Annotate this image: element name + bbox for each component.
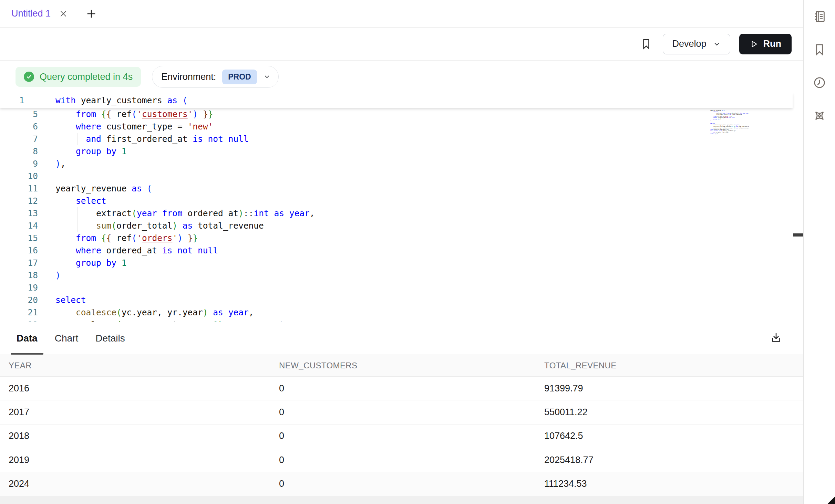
- line-code: where customer_type = 'new': [55, 120, 213, 133]
- main-area: Untitled 1 Develop Run: [0, 0, 803, 504]
- sidebar-item-notebook[interactable]: [804, 0, 835, 33]
- line-code: where ordered_at is not null: [55, 244, 218, 257]
- sticky-line-number: 1: [19, 93, 24, 108]
- table-cell: 0: [276, 431, 544, 441]
- play-icon: [750, 40, 759, 49]
- line-number: 7: [0, 133, 38, 145]
- results-panel: DataChartDetails YEARNEW_CUSTOMERSTOTAL_…: [0, 322, 803, 504]
- resize-grip[interactable]: [827, 496, 835, 504]
- table-cell: 2019: [0, 455, 276, 465]
- horizontal-scrollbar-track[interactable]: [0, 496, 803, 504]
- code-line[interactable]: 10: [0, 170, 686, 182]
- sql-editor[interactable]: 5 from {{ ref('customers') }}6 where cus…: [0, 93, 803, 322]
- code-line[interactable]: 13 extract(year from ordered_at)::int as…: [0, 207, 686, 220]
- right-sidebar: [803, 0, 835, 504]
- code-line[interactable]: 7 and first_ordered_at is not null: [0, 133, 686, 145]
- line-code: and first_ordered_at is not null: [55, 133, 249, 145]
- line-number: 10: [0, 170, 38, 182]
- code-line[interactable]: 8 group by 1: [0, 145, 686, 158]
- code-line[interactable]: 18): [0, 269, 686, 282]
- line-number: 17: [0, 257, 38, 269]
- query-status-text: Query completed in 4s: [40, 72, 133, 82]
- line-code: from {{ ref('orders') }}: [55, 232, 198, 244]
- sparkle-icon: [812, 108, 827, 123]
- develop-button[interactable]: Develop: [663, 34, 730, 54]
- code-line[interactable]: 20select: [0, 294, 686, 306]
- toolbar: Develop Run: [0, 28, 803, 61]
- column-header: NEW_CUSTOMERS: [276, 361, 544, 370]
- results-tab-bar: DataChartDetails: [0, 322, 803, 355]
- chevron-down-icon: [713, 40, 721, 48]
- table-row: 20170550011.22: [0, 400, 803, 424]
- check-circle-icon: [24, 72, 34, 82]
- table-cell: 0: [276, 383, 544, 394]
- line-number: 20: [0, 294, 38, 306]
- new-tab-button[interactable]: [85, 0, 97, 27]
- plus-icon: [85, 8, 97, 20]
- line-code: sum(order_total) as total_revenue: [55, 220, 264, 232]
- line-code: group by 1: [55, 257, 127, 269]
- code-line[interactable]: 19: [0, 282, 686, 294]
- code-line[interactable]: 9),: [0, 158, 686, 170]
- line-number: 13: [0, 207, 38, 220]
- sidebar-item-bookmarks[interactable]: [804, 33, 835, 66]
- results-table-header: YEARNEW_CUSTOMERSTOTAL_REVENUE: [0, 355, 803, 377]
- download-button[interactable]: [770, 331, 782, 344]
- table-cell: 550011.22: [544, 407, 803, 418]
- sidebar-item-history[interactable]: [804, 66, 835, 99]
- line-code: extract(year from ordered_at)::int as ye…: [55, 207, 315, 220]
- results-tab-chart[interactable]: Chart: [55, 333, 78, 344]
- line-code: ): [55, 269, 61, 282]
- environment-selector[interactable]: Environment: PROD: [152, 66, 279, 88]
- tab-title: Untitled 1: [11, 8, 56, 19]
- close-icon[interactable]: [59, 9, 68, 18]
- code-lines[interactable]: 5 from {{ ref('customers') }}6 where cus…: [0, 108, 686, 322]
- code-line[interactable]: 17 group by 1: [0, 257, 686, 269]
- results-table-body: 2016091399.7920170550011.2220180107642.5…: [0, 377, 803, 496]
- query-status-badge: Query completed in 4s: [16, 67, 141, 87]
- code-line[interactable]: 12 select: [0, 195, 686, 207]
- tab-untitled-1[interactable]: Untitled 1: [0, 0, 75, 27]
- table-cell: 91399.79: [544, 383, 803, 394]
- table-cell: 2018: [0, 431, 276, 441]
- history-icon: [813, 76, 826, 90]
- app-window: Untitled 1 Develop Run: [0, 0, 835, 504]
- code-line[interactable]: 16 where ordered_at is not null: [0, 244, 686, 257]
- bookmark-icon: [813, 43, 826, 56]
- line-number: 8: [0, 145, 38, 158]
- editor-scrollbar[interactable]: [793, 94, 803, 322]
- scrollbar-thumb[interactable]: [793, 233, 803, 237]
- line-number: 19: [0, 282, 38, 294]
- environment-value-badge: PROD: [222, 70, 257, 84]
- line-number: 18: [0, 269, 38, 282]
- results-tab-details[interactable]: Details: [95, 333, 125, 344]
- line-number: 22: [0, 319, 38, 322]
- download-icon: [770, 331, 782, 344]
- table-cell: 0: [276, 455, 544, 465]
- tab-bar: Untitled 1: [0, 0, 803, 28]
- code-line[interactable]: 11yearly_revenue as (: [0, 182, 686, 195]
- code-line[interactable]: 15 from {{ ref('orders') }}: [0, 232, 686, 244]
- line-number: 16: [0, 244, 38, 257]
- notebook-icon: [813, 10, 826, 23]
- line-code: ),: [55, 158, 66, 170]
- code-line[interactable]: 14 sum(order_total) as total_revenue: [0, 220, 686, 232]
- table-cell: 2016: [0, 383, 276, 394]
- line-number: 21: [0, 306, 38, 319]
- line-code: select: [55, 195, 106, 207]
- code-line[interactable]: 21 coalesce(yc.year, yr.year) as year,: [0, 306, 686, 319]
- sidebar-item-assistant[interactable]: [804, 99, 835, 132]
- environment-label: Environment:: [161, 72, 216, 82]
- results-tab-data[interactable]: Data: [17, 333, 38, 344]
- line-number: 6: [0, 120, 38, 133]
- code-line[interactable]: 5 from {{ ref('customers') }}: [0, 108, 686, 120]
- bookmark-icon[interactable]: [640, 37, 652, 51]
- sticky-scroll-line[interactable]: 1 with yearly_customers as (: [0, 93, 793, 108]
- code-line[interactable]: 22 coalesce(yc.new_customers, 0) as new_…: [0, 319, 686, 322]
- line-number: 14: [0, 220, 38, 232]
- code-line[interactable]: 6 where customer_type = 'new': [0, 120, 686, 133]
- develop-button-label: Develop: [672, 39, 706, 49]
- run-button-label: Run: [763, 39, 781, 49]
- run-button[interactable]: Run: [739, 34, 792, 54]
- line-number: 9: [0, 158, 38, 170]
